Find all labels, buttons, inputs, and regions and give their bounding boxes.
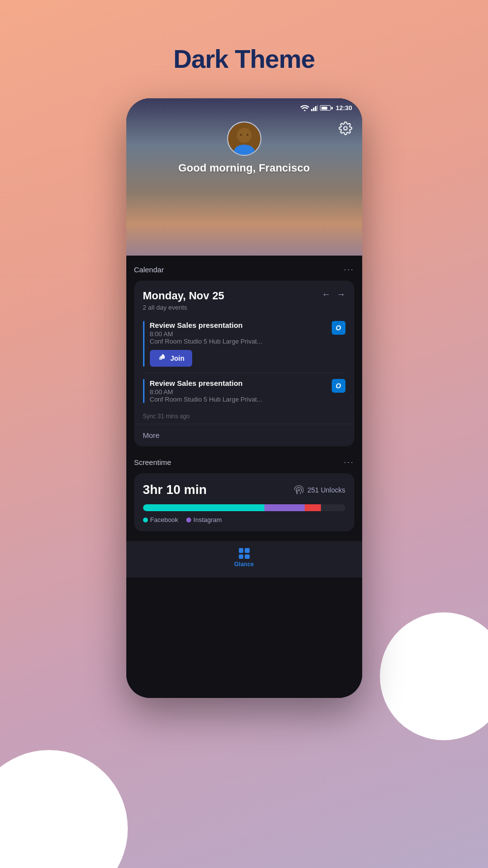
event-time-1: 8:00 AM	[150, 330, 332, 338]
unlocks-count: 251 Unlocks	[307, 486, 345, 494]
screentime-section-title: Screentime	[134, 458, 172, 466]
grid-icon	[239, 548, 250, 559]
nav-glance[interactable]: Glance	[234, 548, 254, 568]
screentime-legend: Facebook Instagram	[143, 516, 345, 523]
avatar-section: Good morning, Francisco	[126, 112, 362, 174]
bar-instagram	[264, 504, 305, 511]
event-item-2: Review Sales presentation 8:00 AM Conf R…	[134, 373, 354, 409]
greeting-text: Good morning, Francisco	[178, 162, 310, 174]
phone-frame: 12:30	[126, 98, 362, 698]
svg-rect-3	[315, 106, 316, 111]
grid-sq-4	[245, 554, 250, 559]
svg-point-13	[162, 354, 164, 356]
legend-facebook: Facebook	[143, 516, 178, 523]
event-time-2: 8:00 AM	[150, 388, 332, 396]
app-content: Calendar ··· Monday, Nov 25 2 all day ev…	[126, 256, 362, 698]
calendar-header: Monday, Nov 25 2 all day events ← →	[134, 281, 354, 315]
settings-icon[interactable]	[339, 121, 352, 135]
grid-sq-1	[239, 548, 244, 553]
status-time: 12:30	[336, 104, 352, 112]
teams-icon	[158, 354, 167, 363]
wifi-icon	[300, 105, 309, 111]
screentime-header: 3hr 10 min 251 Unl	[143, 482, 345, 497]
event-content-2: Review Sales presentation 8:00 AM Conf R…	[143, 379, 332, 403]
calendar-more-button[interactable]: ···	[344, 264, 354, 275]
calendar-section: Calendar ··· Monday, Nov 25 2 all day ev…	[126, 256, 362, 446]
svg-point-9	[240, 134, 242, 136]
screentime-total: 3hr 10 min	[143, 482, 207, 497]
nav-glance-label: Glance	[234, 561, 254, 568]
prev-day-button[interactable]: ←	[322, 289, 331, 300]
svg-rect-2	[313, 108, 315, 111]
screentime-card: 3hr 10 min 251 Unl	[134, 473, 354, 531]
event-title-2: Review Sales presentation	[150, 379, 332, 387]
svg-rect-12	[159, 357, 162, 360]
avatar	[227, 121, 261, 156]
bar-other	[305, 504, 321, 511]
join-button[interactable]: Join	[150, 350, 193, 367]
bottom-nav: Glance	[126, 541, 362, 578]
calendar-date: Monday, Nov 25	[143, 289, 322, 302]
calendar-nav: ← →	[322, 289, 345, 300]
grid-sq-2	[245, 548, 250, 553]
screentime-more-button[interactable]: ···	[344, 457, 354, 467]
next-day-button[interactable]: →	[337, 289, 345, 300]
legend-dot-facebook	[143, 518, 148, 522]
signal-icon	[311, 105, 318, 111]
status-icons	[300, 105, 331, 111]
svg-point-5	[344, 127, 347, 130]
event-bar-2	[143, 379, 144, 403]
svg-point-10	[246, 134, 248, 136]
event-content-1: Review Sales presentation 8:00 AM Conf R…	[143, 321, 332, 367]
screentime-section-header: Screentime ···	[134, 457, 354, 467]
svg-point-14	[160, 356, 161, 358]
svg-point-0	[304, 110, 306, 112]
status-bar: 12:30	[126, 98, 362, 112]
more-link-label: More	[143, 431, 160, 439]
sync-text: Sync 31 mins ago	[134, 409, 354, 424]
svg-rect-4	[317, 105, 318, 111]
join-label: Join	[171, 354, 185, 362]
event-location-1: Conf Room Studio 5 Hub Large Privat...	[150, 338, 332, 345]
legend-instagram-label: Instagram	[194, 516, 222, 523]
event-title-1: Review Sales presentation	[150, 321, 332, 329]
phone-wallpaper: 12:30	[126, 98, 362, 256]
svg-point-8	[236, 128, 251, 143]
screentime-section: Screentime ··· 3hr 10 min	[126, 448, 362, 531]
event-location-2: Conf Room Studio 5 Hub Large Privat...	[150, 396, 332, 403]
screentime-bar	[143, 504, 345, 511]
calendar-subtitle: 2 all day events	[143, 304, 322, 311]
battery-icon	[320, 105, 331, 111]
legend-facebook-label: Facebook	[150, 516, 178, 523]
fingerprint-icon	[293, 485, 304, 495]
calendar-date-block: Monday, Nov 25 2 all day events	[143, 289, 322, 311]
bar-facebook	[143, 504, 264, 511]
calendar-section-title: Calendar	[134, 265, 164, 274]
event-item-1: Review Sales presentation 8:00 AM Conf R…	[134, 315, 354, 373]
legend-instagram: Instagram	[186, 516, 222, 523]
page-title: Dark Theme	[173, 44, 315, 74]
calendar-more-link[interactable]: More	[134, 424, 354, 446]
outlook-icon-1: O	[332, 321, 345, 335]
screentime-unlocks: 251 Unlocks	[293, 485, 345, 495]
calendar-section-header: Calendar ···	[134, 264, 354, 275]
calendar-card: Monday, Nov 25 2 all day events ← → Revi…	[134, 281, 354, 446]
legend-dot-instagram	[186, 518, 191, 522]
event-bar-1	[143, 321, 144, 367]
grid-sq-3	[239, 554, 244, 559]
outlook-icon-2: O	[332, 379, 345, 393]
svg-rect-1	[311, 109, 313, 111]
